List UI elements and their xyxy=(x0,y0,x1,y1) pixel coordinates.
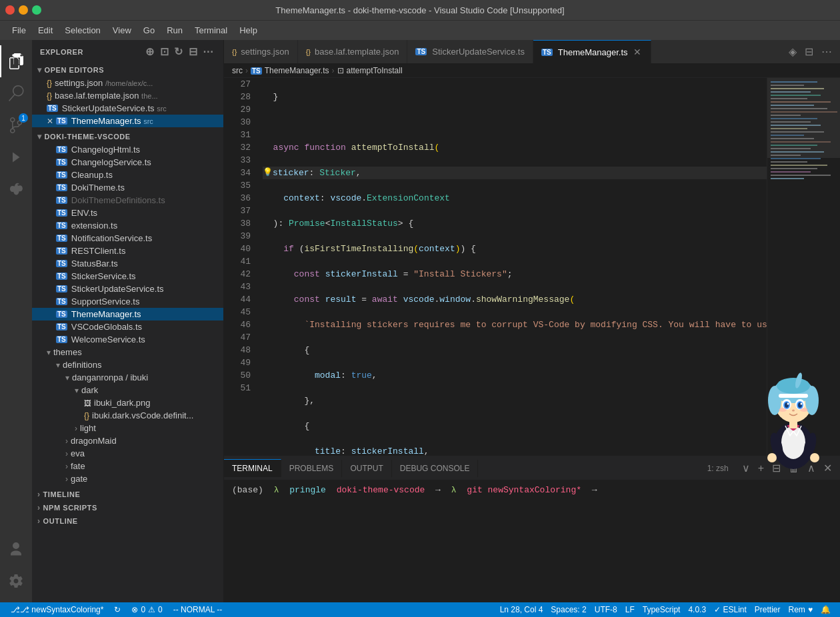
new-folder-icon[interactable]: ⊡ xyxy=(159,44,171,59)
menu-file[interactable]: File xyxy=(7,23,31,38)
file-notification[interactable]: TS NotificationService.ts xyxy=(32,232,223,245)
status-remote[interactable]: Rem ♥ xyxy=(785,602,817,617)
menu-edit[interactable]: Edit xyxy=(33,23,58,38)
dragon-maid-folder[interactable]: › dragonMaid xyxy=(32,434,223,447)
outline-section[interactable]: › OUTLINE xyxy=(32,514,223,528)
code-content[interactable]: } async function attemptToInstall( 💡stic… xyxy=(257,78,767,456)
definitions-folder[interactable]: ▾ definitions xyxy=(32,358,223,371)
refresh-icon[interactable]: ↻ xyxy=(173,44,185,59)
file-theme-manager[interactable]: TS ThemeManager.ts xyxy=(32,308,223,320)
tab-close-theme-manager[interactable]: ✕ xyxy=(632,45,643,59)
npm-scripts-section[interactable]: › NPM SCRIPTS xyxy=(32,501,223,514)
terminal-chevron-down-icon[interactable]: ∨ xyxy=(739,459,753,477)
status-language[interactable]: TypeScript xyxy=(639,602,685,617)
project-section[interactable]: ▾ DOKI-THEME-VSCODE xyxy=(32,130,223,143)
close-button[interactable] xyxy=(5,5,15,15)
file-sticker-service[interactable]: TS StickerService.ts xyxy=(32,270,223,283)
file-status-bar[interactable]: TS StatusBar.ts xyxy=(32,257,223,270)
more-actions-icon[interactable]: ⋯ xyxy=(201,44,215,59)
status-position[interactable]: Ln 28, Col 4 xyxy=(496,602,547,617)
ibuki-dark-vscode[interactable]: {} ibuki.dark.vsCode.definit... xyxy=(32,409,223,422)
terminal-trash-icon[interactable]: 🗑 xyxy=(786,460,802,477)
tab-settings-json[interactable]: {} settings.json xyxy=(224,40,298,63)
timeline-section[interactable]: › TIMELINE xyxy=(32,488,223,501)
tab-sticker-update[interactable]: TS StickerUpdateService.ts xyxy=(407,40,533,63)
breadcrumb-src[interactable]: src xyxy=(232,66,243,75)
tab-theme-manager[interactable]: TS ThemeManager.ts ✕ xyxy=(533,40,651,63)
collapse-all-icon[interactable]: ⊟ xyxy=(187,44,199,59)
close-icon-open-editor[interactable]: ✕ xyxy=(47,117,53,126)
menu-selection[interactable]: Selection xyxy=(59,23,105,38)
account-activity-icon[interactable] xyxy=(0,533,32,565)
settings-activity-icon[interactable] xyxy=(0,565,32,597)
split-editor-icon[interactable]: ⊟ xyxy=(802,43,816,61)
file-doki-theme-defs[interactable]: TS DokiThemeDefinitions.ts xyxy=(32,194,223,207)
status-bell[interactable]: 🔔 xyxy=(817,602,835,617)
extensions-activity-icon[interactable] xyxy=(0,173,32,205)
status-errors[interactable]: ⊗ 0 ⚠ 0 xyxy=(126,602,167,617)
gate-folder[interactable]: › gate xyxy=(32,472,223,485)
menu-view[interactable]: View xyxy=(107,23,137,38)
minimap-slider[interactable] xyxy=(767,78,840,158)
file-welcome-service[interactable]: TS WelcomeService.ts xyxy=(32,333,223,346)
menu-run[interactable]: Run xyxy=(161,23,188,38)
terminal-tab-debug[interactable]: DEBUG CONSOLE xyxy=(392,460,479,477)
more-actions-tab-icon[interactable]: ⋯ xyxy=(819,43,835,61)
status-branch[interactable]: ⎇ ⎇ newSyntaxColoring* xyxy=(5,602,109,617)
code-editor[interactable]: 27 28 29 30 31 32 33 34 35 36 37 38 39 4… xyxy=(224,78,767,456)
open-editor-theme-manager[interactable]: ✕ TS ThemeManager.ts src xyxy=(32,115,223,127)
file-doki-theme[interactable]: TS DokiTheme.ts xyxy=(32,181,223,194)
open-editor-sticker-update[interactable]: TS StickerUpdateService.ts src xyxy=(32,102,223,115)
dark-folder[interactable]: ▾ dark xyxy=(32,384,223,396)
new-file-icon[interactable]: ⊕ xyxy=(144,44,156,59)
terminal-split-icon[interactable]: ⊟ xyxy=(769,459,783,477)
terminal-tab-problems[interactable]: PROBLEMS xyxy=(281,460,343,477)
file-extension[interactable]: TS extension.ts xyxy=(32,219,223,232)
ibuki-dark-png[interactable]: 🖼 ibuki_dark.png xyxy=(32,396,223,409)
file-env[interactable]: TS ENV.ts xyxy=(32,207,223,219)
terminal-add-icon[interactable]: + xyxy=(755,460,767,477)
status-sync[interactable]: ↻ xyxy=(109,602,126,617)
terminal-close-icon[interactable]: ✕ xyxy=(821,459,835,477)
open-editor-settings-json[interactable]: {} settings.json /home/alex/c... xyxy=(32,77,223,89)
open-editors-section[interactable]: ▾ OPEN EDITORS xyxy=(32,63,223,77)
explorer-activity-icon[interactable] xyxy=(0,45,32,77)
status-eol[interactable]: LF xyxy=(621,602,639,617)
source-control-activity-icon[interactable]: 1 xyxy=(0,109,32,141)
status-prettier[interactable]: Prettier xyxy=(751,602,785,617)
dragon-maid-chevron: › xyxy=(65,436,68,446)
file-changelog-service[interactable]: TS ChangelogService.ts xyxy=(32,156,223,169)
status-vim-mode[interactable]: -- NORMAL -- xyxy=(168,602,228,617)
terminal-up-icon[interactable]: ∧ xyxy=(805,459,818,477)
terminal-content[interactable]: (base) λ pringle doki-theme-vscode → λ g… xyxy=(224,480,840,602)
status-eslint[interactable]: ✓ ESLint xyxy=(710,602,751,617)
themes-folder[interactable]: ▾ themes xyxy=(32,346,223,358)
breadcrumb-toggle-icon[interactable]: ◈ xyxy=(786,43,799,61)
open-editor-base-laf[interactable]: {} base.laf.template.json the... xyxy=(32,89,223,102)
file-sticker-update[interactable]: TS StickerUpdateService.ts xyxy=(32,283,223,295)
menu-terminal[interactable]: Terminal xyxy=(189,23,233,38)
minimize-button[interactable] xyxy=(19,5,28,15)
fate-folder[interactable]: › fate xyxy=(32,460,223,472)
file-cleanup[interactable]: TS Cleanup.ts xyxy=(32,169,223,181)
terminal-tab-terminal[interactable]: TERMINAL xyxy=(224,459,281,477)
run-activity-icon[interactable] xyxy=(0,141,32,173)
file-rest-client[interactable]: TS RESTClient.ts xyxy=(32,245,223,257)
tab-base-laf[interactable]: {} base.laf.template.json xyxy=(298,40,408,63)
status-spaces[interactable]: Spaces: 2 xyxy=(547,602,590,617)
breadcrumb-file[interactable]: TSThemeManager.ts xyxy=(251,66,329,75)
eva-folder[interactable]: › eva xyxy=(32,447,223,460)
file-changelog-html[interactable]: TS ChangelogHtml.ts xyxy=(32,143,223,156)
file-support-service[interactable]: TS SupportService.ts xyxy=(32,295,223,308)
maximize-button[interactable] xyxy=(32,5,41,15)
breadcrumb-function[interactable]: ⊡attemptToInstall xyxy=(337,66,403,75)
light-folder[interactable]: › light xyxy=(32,422,223,434)
menu-help[interactable]: Help xyxy=(234,23,263,38)
file-vscode-globals[interactable]: TS VSCodeGlobals.ts xyxy=(32,320,223,333)
search-activity-icon[interactable] xyxy=(0,77,32,109)
terminal-tab-output[interactable]: OUTPUT xyxy=(342,460,391,477)
menu-go[interactable]: Go xyxy=(138,23,160,38)
danganronpa-folder[interactable]: ▾ danganronpa / ibuki xyxy=(32,371,223,384)
status-ts-version[interactable]: 4.0.3 xyxy=(684,602,710,617)
status-encoding[interactable]: UTF-8 xyxy=(591,602,621,617)
